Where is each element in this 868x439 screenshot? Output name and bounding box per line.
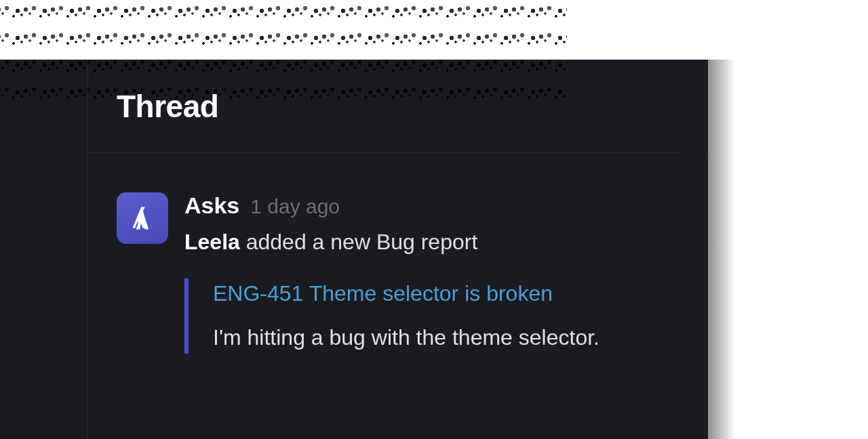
message-sender[interactable]: Asks <box>184 192 239 219</box>
thread-header: Thread <box>88 60 708 153</box>
thread-panel: Thread Asks 1 day ago Leela added a new … <box>0 60 708 439</box>
asks-app-icon <box>127 203 157 233</box>
message-header: Asks 1 day ago <box>184 192 681 219</box>
issue-attachment: ENG-451 Theme selector is broken I'm hit… <box>184 278 646 354</box>
message-timestamp[interactable]: 1 day ago <box>250 195 340 218</box>
issue-description: I'm hitting a bug with the theme selecto… <box>213 321 646 354</box>
thread-gutter <box>0 60 88 439</box>
message-row: Asks 1 day ago Leela added a new Bug rep… <box>117 192 681 354</box>
sender-avatar[interactable] <box>117 192 168 244</box>
message-action-text: added a new Bug report <box>240 230 477 254</box>
message-summary: Leela added a new Bug report <box>184 226 681 258</box>
thread-title: Thread <box>117 88 218 125</box>
message-body: Asks 1 day ago Leela added a new Bug rep… <box>184 192 681 354</box>
issue-link[interactable]: ENG-451 Theme selector is broken <box>213 278 646 309</box>
message-actor[interactable]: Leela <box>184 230 240 254</box>
